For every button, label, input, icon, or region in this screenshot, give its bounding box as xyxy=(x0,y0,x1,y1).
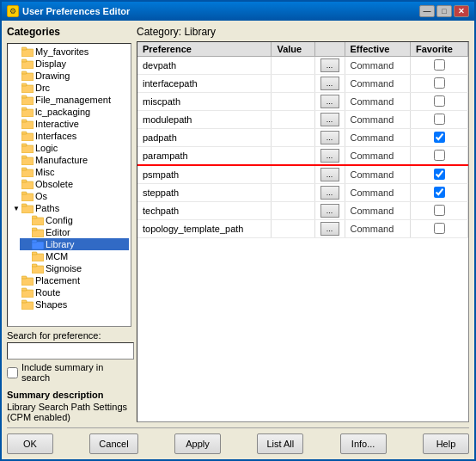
svg-rect-19 xyxy=(21,156,27,158)
tree-item-os[interactable]: Os xyxy=(9,190,129,202)
svg-rect-20 xyxy=(21,169,34,177)
pref-value xyxy=(272,165,314,184)
pref-name: topology_template_path xyxy=(137,220,272,238)
toggle-icon xyxy=(11,71,21,81)
title-bar: ⚙ User Preferences Editor — □ ✕ xyxy=(2,2,474,21)
pref-effective: Command xyxy=(345,147,411,166)
svg-rect-39 xyxy=(21,276,27,279)
categories-tree[interactable]: My_favorites Display Drawing xyxy=(7,43,131,327)
svg-rect-32 xyxy=(32,242,44,249)
include-summary-checkbox[interactable] xyxy=(7,367,18,378)
folder-icon xyxy=(21,46,34,57)
tree-item-placement[interactable]: Placement xyxy=(9,274,129,286)
minimize-button[interactable]: — xyxy=(419,5,435,17)
value-button[interactable]: ... xyxy=(320,58,339,72)
pref-name: steppath xyxy=(137,184,272,202)
tree-label: Obsolete xyxy=(35,179,73,189)
list-all-button[interactable]: List All xyxy=(257,433,303,454)
folder-icon xyxy=(32,263,44,274)
favorite-checkbox[interactable] xyxy=(434,132,445,143)
tree-item-drawing[interactable]: Drawing xyxy=(9,70,129,82)
category-name: Library xyxy=(184,26,216,38)
value-button[interactable]: ... xyxy=(320,131,339,144)
svg-rect-23 xyxy=(21,180,27,182)
tree-item-shapes[interactable]: Shapes xyxy=(9,298,129,310)
tree-label: Interactive xyxy=(35,119,79,129)
tree-item-interactive[interactable]: Interactive xyxy=(9,118,129,130)
tree-item-logic[interactable]: Logic xyxy=(9,142,129,154)
cancel-button[interactable]: Cancel xyxy=(89,433,137,454)
svg-rect-42 xyxy=(21,302,34,310)
favorite-checkbox[interactable] xyxy=(434,59,445,71)
search-input[interactable] xyxy=(7,342,134,360)
favorite-checkbox[interactable] xyxy=(434,223,445,234)
tree-item-route[interactable]: Route xyxy=(9,286,129,298)
tree-item-misc[interactable]: Misc xyxy=(9,166,129,178)
tree-item-paths[interactable]: ▼ Paths xyxy=(9,202,129,214)
pref-name: devpath xyxy=(137,57,272,75)
title-bar-left: ⚙ User Preferences Editor xyxy=(7,5,130,17)
col-preference: Preference xyxy=(137,42,272,57)
svg-rect-2 xyxy=(21,61,34,69)
value-button[interactable]: ... xyxy=(320,77,339,90)
favorite-checkbox[interactable] xyxy=(434,150,445,161)
value-button[interactable]: ... xyxy=(320,222,339,236)
search-label: Search for preference: xyxy=(7,330,131,341)
category-prefix: Category: xyxy=(137,26,181,38)
value-button[interactable]: ... xyxy=(320,149,339,163)
tree-item-manufacture[interactable]: Manufacture xyxy=(9,154,129,166)
favorite-checkbox[interactable] xyxy=(434,95,445,107)
tree-item-drc[interactable]: Drc xyxy=(9,82,129,94)
close-button[interactable]: ✕ xyxy=(454,5,469,17)
svg-rect-10 xyxy=(21,109,34,117)
tree-item-my-favorites[interactable]: My_favorites xyxy=(9,46,129,58)
tree-item-obsolete[interactable]: Obsolete xyxy=(9,178,129,190)
pref-favorite xyxy=(411,147,468,166)
tree-label: File_management xyxy=(35,95,111,105)
pref-favorite xyxy=(411,111,468,129)
folder-icon xyxy=(21,287,34,298)
pref-effective: Command xyxy=(345,93,411,111)
preference-table[interactable]: Preference Value Effective Favorite devp… xyxy=(137,41,469,422)
tree-item-library[interactable]: Library xyxy=(20,238,129,250)
favorite-checkbox[interactable] xyxy=(434,205,445,216)
tree-item-interfaces[interactable]: Interfaces xyxy=(9,130,129,142)
tree-item-signoise[interactable]: Signoise xyxy=(20,262,129,274)
tree-item-editor[interactable]: Editor xyxy=(20,226,129,238)
tree-label: Shapes xyxy=(35,299,67,310)
svg-rect-5 xyxy=(21,71,27,74)
pref-value-btn-cell: ... xyxy=(314,147,345,166)
svg-rect-17 xyxy=(21,144,27,146)
tree-label: Manufacture xyxy=(35,155,88,165)
apply-button[interactable]: Apply xyxy=(174,433,221,454)
help-button[interactable]: Help xyxy=(423,433,469,454)
table-row: padpath ... Command xyxy=(137,129,468,147)
folder-icon xyxy=(32,215,44,225)
value-button[interactable]: ... xyxy=(320,204,339,218)
pref-effective: Command xyxy=(345,129,411,147)
favorite-checkbox[interactable] xyxy=(434,77,445,89)
value-button[interactable]: ... xyxy=(320,95,339,108)
toggle-icon xyxy=(21,239,32,249)
pref-favorite xyxy=(411,184,468,202)
tree-item-lc-packaging[interactable]: lc_packaging xyxy=(9,106,129,118)
tree-item-config[interactable]: Config xyxy=(20,214,129,226)
favorite-checkbox[interactable] xyxy=(434,169,445,180)
info-button[interactable]: Info... xyxy=(340,433,387,454)
ok-button[interactable]: OK xyxy=(7,433,53,454)
maximize-button[interactable]: □ xyxy=(436,5,452,17)
svg-rect-18 xyxy=(21,157,34,165)
pref-favorite xyxy=(411,75,468,93)
favorite-checkbox[interactable] xyxy=(434,187,445,198)
tree-item-mcm[interactable]: MCM xyxy=(20,250,129,262)
value-button[interactable]: ... xyxy=(320,113,339,126)
value-button[interactable]: ... xyxy=(320,168,339,181)
value-button[interactable]: ... xyxy=(320,186,339,200)
tree-item-display[interactable]: Display xyxy=(9,58,129,70)
pref-name: parampath xyxy=(137,147,272,166)
folder-icon xyxy=(21,119,34,129)
folder-icon xyxy=(21,71,34,81)
tree-item-file-management[interactable]: File_management xyxy=(9,94,129,106)
favorite-checkbox[interactable] xyxy=(434,114,445,125)
main-content: Categories My_favorites Disp xyxy=(2,21,474,427)
